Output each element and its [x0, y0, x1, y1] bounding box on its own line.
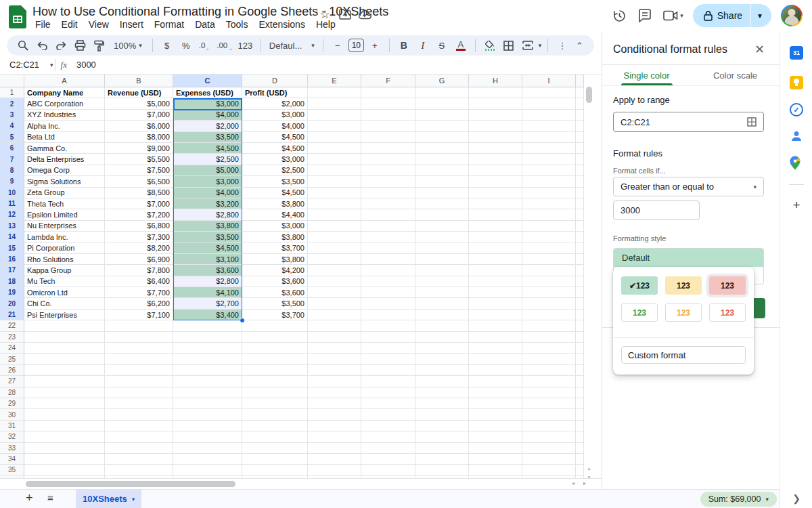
cell-partial-34[interactable]: [576, 454, 584, 465]
default-style-bar[interactable]: Default: [614, 249, 763, 267]
row-header-35[interactable]: 35: [0, 465, 24, 475]
cell-B7[interactable]: $5,500: [105, 154, 173, 165]
cell-G13[interactable]: [415, 221, 469, 232]
cell-E20[interactable]: [308, 298, 361, 309]
cell-A17[interactable]: Kappa Group: [24, 265, 105, 276]
cell-C16[interactable]: $3,100: [173, 254, 242, 265]
menu-view[interactable]: View: [83, 18, 114, 30]
column-header-D[interactable]: D: [242, 75, 308, 87]
cell-H10[interactable]: [469, 188, 522, 198]
cell-H26[interactable]: [469, 365, 522, 376]
cell-H17[interactable]: [469, 265, 522, 276]
cell-partial-18[interactable]: [576, 276, 584, 287]
cell-G9[interactable]: [415, 176, 469, 187]
cell-C17[interactable]: $3,600: [173, 265, 242, 276]
cell-H22[interactable]: [469, 320, 522, 331]
custom-format-button[interactable]: Custom format: [621, 346, 746, 364]
add-sheet-icon[interactable]: +: [26, 491, 33, 505]
cell-E17[interactable]: [308, 265, 361, 276]
scroll-right-icon[interactable]: ▸: [583, 480, 586, 486]
cell-partial-5[interactable]: [576, 132, 584, 143]
cell-D2[interactable]: $2,000: [242, 98, 308, 109]
cell-partial-26[interactable]: [576, 365, 584, 376]
cell-E27[interactable]: [308, 376, 361, 387]
version-history-icon[interactable]: [611, 7, 627, 24]
cell-H6[interactable]: [469, 143, 522, 154]
cell-C26[interactable]: [173, 365, 242, 376]
cell-I26[interactable]: [522, 365, 576, 376]
scroll-up-icon[interactable]: ▴: [585, 465, 593, 473]
cell-A24[interactable]: [24, 343, 105, 354]
cell-G12[interactable]: [415, 209, 469, 220]
cell-G23[interactable]: [415, 332, 469, 343]
collapse-panel-icon[interactable]: ❯: [780, 493, 812, 504]
cell-F33[interactable]: [361, 443, 415, 454]
cell-D4[interactable]: $4,000: [242, 121, 308, 131]
cell-partial-29[interactable]: [576, 398, 584, 409]
condition-dropdown[interactable]: Greater than or equal to ▾: [613, 177, 764, 196]
cell-F26[interactable]: [361, 365, 415, 376]
cell-I4[interactable]: [522, 121, 576, 131]
cell-partial-15[interactable]: [576, 242, 584, 253]
row-header-22[interactable]: 22: [0, 320, 24, 331]
cell-B27[interactable]: [105, 376, 173, 387]
cell-B2[interactable]: $5,000: [105, 98, 173, 109]
cell-G29[interactable]: [415, 398, 469, 409]
cell-partial-9[interactable]: [576, 176, 584, 187]
cell-G11[interactable]: [415, 198, 469, 209]
cell-E21[interactable]: [308, 310, 361, 320]
text-color-button[interactable]: A: [453, 37, 469, 54]
cell-F12[interactable]: [361, 209, 415, 220]
cell-D24[interactable]: [242, 343, 308, 354]
cell-E15[interactable]: [308, 242, 361, 253]
cell-C10[interactable]: $4,000: [173, 188, 242, 198]
menu-data[interactable]: Data: [189, 18, 221, 30]
cell-I22[interactable]: [522, 320, 576, 331]
cell-E19[interactable]: [308, 287, 361, 298]
cell-F5[interactable]: [361, 132, 415, 143]
cell-I11[interactable]: [522, 198, 576, 209]
cell-I18[interactable]: [522, 276, 576, 287]
sheet-tab[interactable]: 10XSheets ▾: [76, 490, 141, 508]
cell-H21[interactable]: [469, 310, 522, 320]
cell-C21[interactable]: $3,400: [173, 310, 242, 320]
cell-G19[interactable]: [415, 287, 469, 298]
cell-D33[interactable]: [242, 443, 308, 454]
cell-F3[interactable]: [361, 110, 415, 121]
cell-G7[interactable]: [415, 154, 469, 165]
cell-I35[interactable]: [522, 465, 576, 475]
cell-F31[interactable]: [361, 421, 415, 431]
cell-F23[interactable]: [361, 332, 415, 343]
cloud-status-icon[interactable]: [359, 7, 372, 21]
cell-partial-32[interactable]: [576, 431, 584, 442]
cell-B28[interactable]: [105, 387, 173, 398]
cell-B34[interactable]: [105, 454, 173, 465]
cell-G10[interactable]: [415, 188, 469, 198]
cell-partial-1[interactable]: [576, 87, 584, 98]
row-header-29[interactable]: 29: [0, 398, 24, 409]
cell-A32[interactable]: [24, 431, 105, 442]
cell-D30[interactable]: [242, 409, 308, 420]
cell-H14[interactable]: [469, 232, 522, 242]
cell-H16[interactable]: [469, 254, 522, 265]
cell-I10[interactable]: [522, 188, 576, 198]
cell-I20[interactable]: [522, 298, 576, 309]
all-sheets-icon[interactable]: ≡: [47, 492, 53, 503]
row-header-34[interactable]: 34: [0, 454, 24, 465]
cell-partial-4[interactable]: [576, 121, 584, 131]
cell-I27[interactable]: [522, 376, 576, 387]
cell-A16[interactable]: Rho Solutions: [24, 254, 105, 265]
fill-color-button[interactable]: [482, 37, 498, 54]
cell-I7[interactable]: [522, 154, 576, 165]
cell-F2[interactable]: [361, 98, 415, 109]
cell-A22[interactable]: [24, 320, 105, 331]
cell-B19[interactable]: $7,700: [105, 287, 173, 298]
cell-E4[interactable]: [308, 121, 361, 131]
cell-partial-10[interactable]: [576, 188, 584, 198]
cell-H7[interactable]: [469, 154, 522, 165]
cell-H18[interactable]: [469, 276, 522, 287]
merge-cells-button[interactable]: [520, 37, 536, 54]
cell-D21[interactable]: $3,700: [242, 310, 308, 320]
keep-icon[interactable]: [790, 76, 803, 89]
cell-I5[interactable]: [522, 132, 576, 143]
